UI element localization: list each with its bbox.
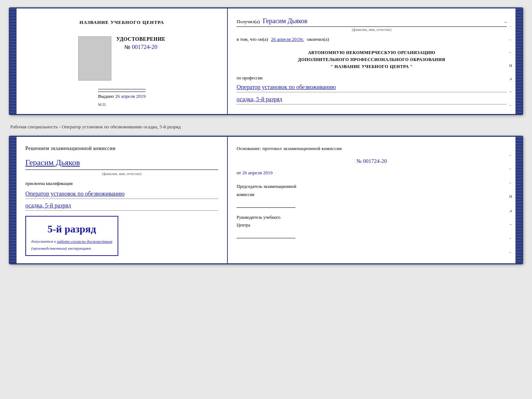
stamp-desc: допускается к работе согласно должностны… (31, 238, 112, 252)
certificate-1: НАЗВАНИЕ УЧЕБНОГО ЦЕНТРА УДОСТОВЕРЕНИЕ №… (9, 7, 523, 115)
cert1-number-value: 001724-20 (132, 44, 157, 50)
certificate-2: Решением экзаменационной комиссии Гераси… (9, 136, 523, 265)
cert2-right-panel: Основание: протокол экзаменационной коми… (228, 137, 515, 264)
profession-section: по профессии Оператор установок по обезв… (237, 75, 507, 104)
page-wrapper: НАЗВАНИЕ УЧЕБНОГО ЦЕНТРА УДОСТОВЕРЕНИЕ №… (9, 7, 523, 264)
chair-sig-line (237, 200, 295, 208)
date-prefix-2: от (237, 170, 241, 175)
cert1-school-name: НАЗВАНИЕ УЧЕБНОГО ЦЕНТРА (79, 19, 164, 25)
profession-line2: осадка, 5-й разряд (237, 95, 507, 104)
right-marks-2: – – – И ,а ← – – – – – (509, 152, 513, 265)
commission-chair-label: Председатель экзаменационной комиссии (237, 183, 507, 199)
org-block: АВТОНОМНУЮ НЕКОММЕРЧЕСКУЮ ОРГАНИЗАЦИЮ ДО… (237, 49, 507, 71)
stamp-desc-link: работе согласно должностным (57, 239, 112, 243)
date-value: 26 апреля 2019г. (271, 36, 304, 43)
cert1-issued-date: 26 апреля 2019 (115, 93, 145, 99)
commission-chair-block: Председатель экзаменационной комиссии (237, 183, 507, 207)
cert2-name-sub: (фамилия, имя, отчество) (25, 171, 218, 177)
recipient-name: Герасим Дьяков (263, 16, 498, 26)
cert1-id-col: УДОСТОВЕРЕНИЕ № 001724-20 (116, 36, 166, 50)
qual-line1: Оператор установок по обезвоживанию (25, 189, 218, 199)
date-prefix: в том, что он(а) (237, 36, 268, 43)
recipient-sub-label: (фамилия, имя, отчество) (237, 27, 507, 33)
date-line: в том, что он(а) 26 апреля 2019г. окончи… (237, 36, 507, 43)
cert2-date: 26 апреля 2019 (242, 170, 273, 175)
received-label: Получил(а) (237, 18, 260, 26)
director-label: Руководитель учебного Центра (237, 214, 507, 229)
protocol-number: № 001724-20 (237, 156, 507, 166)
profession-line1: Оператор установок по обезвоживанию (237, 82, 507, 92)
stamp-rank: 5-й разряд (31, 220, 112, 238)
spine-right-2 (515, 137, 522, 264)
cert1-number: № 001724-20 (116, 44, 166, 50)
qual-line2: осадка, 5-й разряд (25, 200, 218, 211)
right-marks-1: – – – И ,а ← – – – – – (509, 23, 513, 115)
org-line2: ДОПОЛНИТЕЛЬНОГО ПРОФЕССИОНАЛЬНОГО ОБРАЗО… (237, 56, 507, 63)
cert1-issued-block: Выдано 26 апреля 2019 (98, 92, 145, 99)
stamp-desc-suffix: (производственным) инструкциям (31, 246, 91, 250)
separator-text: Рабочая специальность - Оператор установ… (9, 121, 523, 133)
spine-right-1 (515, 8, 522, 114)
cert1-title: УДОСТОВЕРЕНИЕ (116, 36, 166, 42)
cert1-left-panel: НАЗВАНИЕ УЧЕБНОГО ЦЕНТРА УДОСТОВЕРЕНИЕ №… (17, 8, 228, 114)
date-suffix: окончил(а) (307, 36, 329, 43)
cert1-photo-area: УДОСТОВЕРЕНИЕ № 001724-20 (78, 36, 166, 81)
cert2-name-block: Герасим Дьяков (25, 156, 218, 170)
cert1-title-block: УДОСТОВЕРЕНИЕ № 001724-20 (116, 36, 166, 50)
profession-label: по профессии (237, 75, 507, 82)
cert2-name: Герасим Дьяков (25, 158, 80, 167)
director-sig-line (237, 231, 295, 238)
spine-left-2 (10, 137, 17, 264)
number-prefix: № (125, 44, 130, 50)
cert1-stamp-label: М.П. (98, 102, 145, 107)
cert1-right-panel: Получил(а) Герасим Дьяков – (фамилия, им… (228, 8, 515, 114)
cert1-photo (78, 36, 111, 81)
cert1-bottom: Выдано 26 апреля 2019 М.П. (98, 89, 145, 107)
protocol-date: от 26 апреля 2019 (237, 168, 507, 177)
decision-header: Решением экзаменационной комиссии (25, 144, 218, 153)
recipient-line: Получил(а) Герасим Дьяков – (237, 16, 507, 27)
cert2-left-panel: Решением экзаменационной комиссии Гераси… (17, 137, 228, 264)
issued-label: Выдано (98, 93, 114, 99)
spine-left-1 (10, 8, 17, 114)
director-block: Руководитель учебного Центра (237, 214, 507, 238)
stamp-desc-prefix: допускается к (31, 239, 56, 243)
cert2-stamp-box: 5-й разряд допускается к работе согласно… (25, 216, 118, 256)
org-line1: АВТОНОМНУЮ НЕКОММЕРЧЕСКУЮ ОРГАНИЗАЦИЮ (237, 49, 507, 56)
basis-header: Основание: протокол экзаменационной коми… (237, 144, 507, 153)
qual-label: присвоена квалификация (25, 180, 218, 187)
dash: – (504, 18, 507, 26)
org-line3: " НАЗВАНИЕ УЧЕБНОГО ЦЕНТРА " (237, 63, 507, 70)
